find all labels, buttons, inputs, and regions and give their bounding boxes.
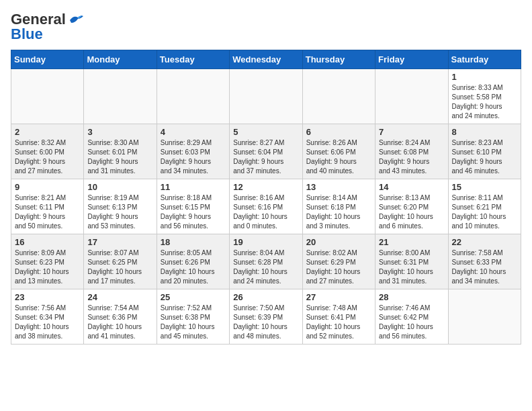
day-info: Sunrise: 8:26 AM Sunset: 6:06 PM Dayligh… bbox=[306, 138, 371, 176]
day-number: 4 bbox=[161, 127, 226, 137]
day-number: 10 bbox=[87, 182, 152, 192]
day-number: 14 bbox=[379, 182, 444, 192]
day-number: 19 bbox=[233, 237, 298, 247]
day-info: Sunrise: 8:18 AM Sunset: 6:15 PM Dayligh… bbox=[161, 193, 226, 231]
day-number: 17 bbox=[87, 237, 152, 247]
day-info: Sunrise: 7:50 AM Sunset: 6:39 PM Dayligh… bbox=[233, 304, 298, 341]
day-info: Sunrise: 7:52 AM Sunset: 6:38 PM Dayligh… bbox=[161, 304, 226, 341]
calendar-week-row: 16Sunrise: 8:09 AM Sunset: 6:23 PM Dayli… bbox=[11, 234, 521, 289]
day-number: 3 bbox=[87, 127, 152, 137]
weekday-header-wednesday: Wednesday bbox=[230, 50, 302, 69]
day-info: Sunrise: 8:19 AM Sunset: 6:13 PM Dayligh… bbox=[87, 193, 152, 231]
calendar-cell: 11Sunrise: 8:18 AM Sunset: 6:15 PM Dayli… bbox=[157, 179, 229, 234]
calendar-cell: 22Sunrise: 7:58 AM Sunset: 6:33 PM Dayli… bbox=[448, 234, 521, 289]
day-number: 1 bbox=[452, 72, 517, 82]
day-info: Sunrise: 8:27 AM Sunset: 6:04 PM Dayligh… bbox=[233, 138, 298, 176]
day-number: 6 bbox=[306, 127, 371, 137]
calendar-cell: 7Sunrise: 8:24 AM Sunset: 6:08 PM Daylig… bbox=[375, 124, 448, 179]
day-number: 16 bbox=[15, 237, 80, 247]
calendar-cell: 27Sunrise: 7:48 AM Sunset: 6:41 PM Dayli… bbox=[302, 289, 375, 345]
day-number: 21 bbox=[379, 237, 444, 247]
weekday-header-tuesday: Tuesday bbox=[157, 50, 229, 69]
calendar-cell bbox=[302, 69, 375, 124]
day-info: Sunrise: 8:29 AM Sunset: 6:03 PM Dayligh… bbox=[161, 138, 226, 176]
calendar-cell: 4Sunrise: 8:29 AM Sunset: 6:03 PM Daylig… bbox=[157, 124, 229, 179]
calendar-cell: 13Sunrise: 8:14 AM Sunset: 6:18 PM Dayli… bbox=[302, 179, 375, 234]
day-info: Sunrise: 7:54 AM Sunset: 6:36 PM Dayligh… bbox=[87, 304, 152, 341]
calendar-cell bbox=[375, 69, 448, 124]
calendar-cell: 16Sunrise: 8:09 AM Sunset: 6:23 PM Dayli… bbox=[11, 234, 84, 289]
day-number: 26 bbox=[233, 292, 298, 302]
day-number: 2 bbox=[15, 127, 80, 137]
day-info: Sunrise: 7:58 AM Sunset: 6:33 PM Dayligh… bbox=[452, 248, 517, 286]
day-info: Sunrise: 8:11 AM Sunset: 6:21 PM Dayligh… bbox=[452, 193, 517, 231]
calendar-cell: 25Sunrise: 7:52 AM Sunset: 6:38 PM Dayli… bbox=[157, 289, 229, 345]
calendar-cell: 19Sunrise: 8:04 AM Sunset: 6:28 PM Dayli… bbox=[230, 234, 302, 289]
day-info: Sunrise: 8:32 AM Sunset: 6:00 PM Dayligh… bbox=[15, 138, 80, 176]
day-info: Sunrise: 8:16 AM Sunset: 6:16 PM Dayligh… bbox=[233, 193, 298, 231]
weekday-header-friday: Friday bbox=[375, 50, 448, 69]
day-info: Sunrise: 7:56 AM Sunset: 6:34 PM Dayligh… bbox=[15, 304, 80, 341]
calendar-cell: 9Sunrise: 8:21 AM Sunset: 6:11 PM Daylig… bbox=[11, 179, 84, 234]
logo-bird-icon bbox=[69, 13, 83, 26]
day-info: Sunrise: 8:24 AM Sunset: 6:08 PM Dayligh… bbox=[379, 138, 444, 176]
page-header: General Blue bbox=[11, 11, 521, 43]
weekday-header-thursday: Thursday bbox=[302, 50, 375, 69]
day-info: Sunrise: 8:07 AM Sunset: 6:25 PM Dayligh… bbox=[87, 248, 152, 286]
calendar-header-row: SundayMondayTuesdayWednesdayThursdayFrid… bbox=[11, 50, 521, 69]
calendar-cell: 24Sunrise: 7:54 AM Sunset: 6:36 PM Dayli… bbox=[84, 289, 157, 345]
day-number: 28 bbox=[379, 292, 444, 302]
calendar-cell: 17Sunrise: 8:07 AM Sunset: 6:25 PM Dayli… bbox=[84, 234, 157, 289]
day-number: 15 bbox=[452, 182, 517, 192]
day-info: Sunrise: 7:46 AM Sunset: 6:42 PM Dayligh… bbox=[379, 304, 444, 341]
logo-blue-text: Blue bbox=[11, 26, 43, 43]
calendar-week-row: 1Sunrise: 8:33 AM Sunset: 5:58 PM Daylig… bbox=[11, 69, 521, 124]
day-number: 27 bbox=[306, 292, 371, 302]
day-info: Sunrise: 8:02 AM Sunset: 6:29 PM Dayligh… bbox=[306, 248, 371, 286]
calendar-cell bbox=[230, 69, 302, 124]
calendar-cell: 6Sunrise: 8:26 AM Sunset: 6:06 PM Daylig… bbox=[302, 124, 375, 179]
calendar-cell: 23Sunrise: 7:56 AM Sunset: 6:34 PM Dayli… bbox=[11, 289, 84, 345]
weekday-header-sunday: Sunday bbox=[11, 50, 84, 69]
calendar-cell bbox=[448, 289, 521, 345]
day-info: Sunrise: 7:48 AM Sunset: 6:41 PM Dayligh… bbox=[306, 304, 371, 341]
day-info: Sunrise: 8:09 AM Sunset: 6:23 PM Dayligh… bbox=[15, 248, 80, 286]
weekday-header-saturday: Saturday bbox=[448, 50, 521, 69]
day-number: 24 bbox=[87, 292, 152, 302]
day-info: Sunrise: 8:33 AM Sunset: 5:58 PM Dayligh… bbox=[452, 83, 517, 121]
calendar-cell bbox=[11, 69, 84, 124]
day-number: 13 bbox=[306, 182, 371, 192]
calendar-cell: 1Sunrise: 8:33 AM Sunset: 5:58 PM Daylig… bbox=[448, 69, 521, 124]
day-info: Sunrise: 8:05 AM Sunset: 6:26 PM Dayligh… bbox=[161, 248, 226, 286]
calendar-week-row: 9Sunrise: 8:21 AM Sunset: 6:11 PM Daylig… bbox=[11, 179, 521, 234]
day-number: 12 bbox=[233, 182, 298, 192]
logo: General Blue bbox=[11, 11, 83, 43]
calendar-cell: 3Sunrise: 8:30 AM Sunset: 6:01 PM Daylig… bbox=[84, 124, 157, 179]
day-number: 25 bbox=[161, 292, 226, 302]
day-info: Sunrise: 8:21 AM Sunset: 6:11 PM Dayligh… bbox=[15, 193, 80, 231]
calendar-cell bbox=[157, 69, 229, 124]
day-number: 18 bbox=[161, 237, 226, 247]
calendar-cell: 21Sunrise: 8:00 AM Sunset: 6:31 PM Dayli… bbox=[375, 234, 448, 289]
calendar-cell: 12Sunrise: 8:16 AM Sunset: 6:16 PM Dayli… bbox=[230, 179, 302, 234]
calendar-cell: 20Sunrise: 8:02 AM Sunset: 6:29 PM Dayli… bbox=[302, 234, 375, 289]
calendar-cell: 14Sunrise: 8:13 AM Sunset: 6:20 PM Dayli… bbox=[375, 179, 448, 234]
calendar-cell bbox=[84, 69, 157, 124]
calendar-table: SundayMondayTuesdayWednesdayThursdayFrid… bbox=[11, 50, 521, 345]
day-number: 9 bbox=[15, 182, 80, 192]
day-number: 23 bbox=[15, 292, 80, 302]
day-info: Sunrise: 8:14 AM Sunset: 6:18 PM Dayligh… bbox=[306, 193, 371, 231]
weekday-header-monday: Monday bbox=[84, 50, 157, 69]
calendar-cell: 15Sunrise: 8:11 AM Sunset: 6:21 PM Dayli… bbox=[448, 179, 521, 234]
calendar-cell: 5Sunrise: 8:27 AM Sunset: 6:04 PM Daylig… bbox=[230, 124, 302, 179]
calendar-cell: 26Sunrise: 7:50 AM Sunset: 6:39 PM Dayli… bbox=[230, 289, 302, 345]
calendar-cell: 2Sunrise: 8:32 AM Sunset: 6:00 PM Daylig… bbox=[11, 124, 84, 179]
day-number: 5 bbox=[233, 127, 298, 137]
day-number: 7 bbox=[379, 127, 444, 137]
day-number: 11 bbox=[161, 182, 226, 192]
calendar-week-row: 23Sunrise: 7:56 AM Sunset: 6:34 PM Dayli… bbox=[11, 289, 521, 345]
day-info: Sunrise: 8:13 AM Sunset: 6:20 PM Dayligh… bbox=[379, 193, 444, 231]
calendar-cell: 28Sunrise: 7:46 AM Sunset: 6:42 PM Dayli… bbox=[375, 289, 448, 345]
calendar-cell: 8Sunrise: 8:23 AM Sunset: 6:10 PM Daylig… bbox=[448, 124, 521, 179]
day-info: Sunrise: 8:23 AM Sunset: 6:10 PM Dayligh… bbox=[452, 138, 517, 176]
